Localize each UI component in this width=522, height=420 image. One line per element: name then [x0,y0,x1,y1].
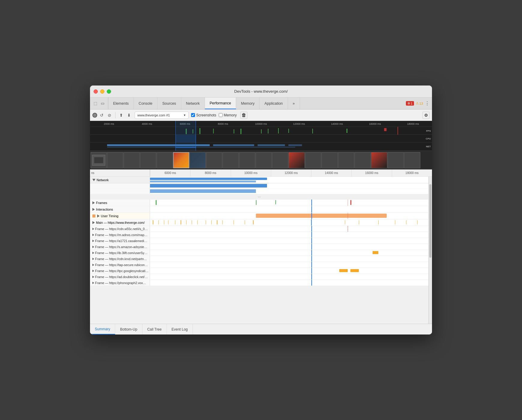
main-row[interactable]: Main — https://www.theverge.com/ [90,219,428,226]
scrollbar-thumb[interactable] [429,184,431,258]
frame-row[interactable]: Frame — https://a1721.casalemedia.com/if… [90,238,428,244]
ruler-mark: 14000 ms [318,122,356,125]
frame-row[interactable]: Frame — https://cdn.w55c.net/i/s_0RB7U9m… [90,226,428,232]
screenshot-thumb[interactable] [223,152,239,168]
svg-rect-51 [378,220,379,224]
tab-summary[interactable]: Summary [90,324,115,334]
frame-row-label: Frame — https://ib.3lift.com/userSync.ht… [90,250,150,256]
screenshot-thumb[interactable] [272,152,288,168]
overview-area: 2000 ms 4000 ms 6000 ms 8000 ms 10000 ms… [90,121,432,151]
memory-toggle[interactable]: Memory [219,113,237,117]
screenshot-thumb[interactable] [140,152,156,168]
window-title: DevTools - www.theverge.com/ [234,89,288,94]
svg-rect-45 [233,220,234,224]
net-bar-row-1 [90,183,428,189]
warning-count-badge: ⚠ 13 [416,101,423,105]
interactions-row[interactable]: Interactions [90,206,428,213]
main-expand-icon [92,221,95,224]
bottom-tabs: Summary Bottom-Up Call Tree Event Log [90,324,432,334]
tab-memory[interactable]: Memory [236,98,260,109]
frame-row[interactable]: Frame — https://cdn.krxd.net/partnerjs/x… [90,256,428,262]
ruler-mark-16000: 16000 ms [351,170,392,176]
screenshot-thumb[interactable] [190,152,206,168]
screenshot-thumb[interactable] [91,152,107,168]
minimize-button[interactable] [100,89,104,94]
frame-row[interactable]: Frame — https://ib.3lift.com/userSync.ht… [90,250,428,256]
expand-icon [92,252,94,254]
user-timing-label: User Timing [90,213,150,219]
frame-row-content [150,226,428,232]
screenshot-thumb[interactable] [107,152,123,168]
svg-rect-54 [417,220,418,224]
frame-row-content [150,238,428,244]
tab-network[interactable]: Network [181,98,205,109]
delete-button[interactable]: 🗑 [240,112,248,119]
frame-row-label: Frame — https://tap-secure.rubiconprojec… [90,262,150,268]
frames-row[interactable]: Frames [90,200,428,206]
frame-row-content [150,232,428,238]
svg-rect-29 [288,144,302,146]
frame-row[interactable]: Frame — https://ad.doubleclick.net/ddm/a… [90,274,428,280]
screenshot-thumb[interactable] [404,152,420,168]
user-timing-row[interactable]: User Timing [90,213,428,219]
tab-more[interactable]: » [288,98,300,109]
screenshot-thumb[interactable] [355,152,371,168]
svg-rect-52 [395,220,395,224]
tab-application[interactable]: Application [260,98,288,109]
svg-rect-46 [245,220,245,224]
expand-icon [92,240,94,242]
tab-elements[interactable]: Elements [108,98,134,109]
tab-performance[interactable]: Performance [205,98,236,109]
record-button[interactable] [92,113,97,118]
svg-rect-0 [186,129,187,134]
frame-rows-container: Frame — https://cdn.w55c.net/i/s_0RB7U9m… [90,226,428,286]
screenshot-thumb[interactable] [206,152,222,168]
frame-row[interactable]: Frame — https://phonograph2.voxmedia.com… [90,280,428,286]
frame-row[interactable]: Frame — https://tap-secure.rubiconprojec… [90,262,428,268]
screenshot-thumb[interactable] [239,152,255,168]
url-selector[interactable]: www.theverge.com #1 ▼ [135,112,189,119]
settings-button[interactable]: ⚙ [422,112,430,119]
screenshot-thumb[interactable] [388,152,404,168]
screenshot-thumb-selected[interactable] [173,152,189,168]
frame-row[interactable]: Frame — https://s.amazon-adsystem.com/ec… [90,244,428,250]
device-icon[interactable]: ▭ [100,100,106,106]
screenshot-thumb[interactable] [124,152,140,168]
warning-count: 13 [419,102,423,105]
cursor-icon[interactable]: ⬚ [92,100,98,106]
frame-row[interactable]: Frame — https://tpc.googlesyndication.co… [90,268,428,274]
tab-sources[interactable]: Sources [158,98,181,109]
tab-bottom-up[interactable]: Bottom-Up [115,324,142,334]
error-count-badge: ⊗ 1 [406,101,414,106]
maximize-button[interactable] [107,89,111,94]
ruler-mark-8000: 8000 ms [190,170,230,176]
tab-event-log[interactable]: Event Log [167,324,193,334]
expand-icon [92,276,94,278]
screenshots-toggle[interactable]: Screenshots [191,113,216,117]
net-label: NET [426,145,431,148]
screenshot-thumb[interactable] [371,152,387,168]
close-button[interactable] [94,89,98,94]
interactions-content [150,206,428,212]
ruler-mark-18000: 18000 ms [392,170,432,176]
screenshot-thumb[interactable] [305,152,321,168]
screenshot-thumb[interactable] [289,152,305,168]
vertical-scrollbar[interactable] [428,177,432,324]
upload-button[interactable]: ⬆ [118,112,124,118]
screenshot-thumb[interactable] [157,152,173,168]
screenshot-thumb[interactable] [256,152,272,168]
frame-row[interactable]: Frame — https://m.adnxs.com/mapuid?membe… [90,232,428,238]
clear-button[interactable]: ⊘ [106,112,113,118]
tab-console[interactable]: Console [134,98,158,109]
svg-rect-1 [193,129,193,134]
reload-button[interactable]: ↺ [98,112,105,118]
svg-rect-50 [359,220,359,224]
screenshot-thumb[interactable] [338,152,354,168]
network-section-header[interactable]: Network [90,177,428,183]
tab-call-tree[interactable]: Call Tree [142,324,167,334]
frames-expand-icon [92,201,95,204]
settings-icon[interactable]: ⋮ [425,100,430,106]
net-bar-1 [150,178,267,180]
screenshot-thumb[interactable] [322,152,338,168]
download-button[interactable]: ⬇ [126,112,132,118]
